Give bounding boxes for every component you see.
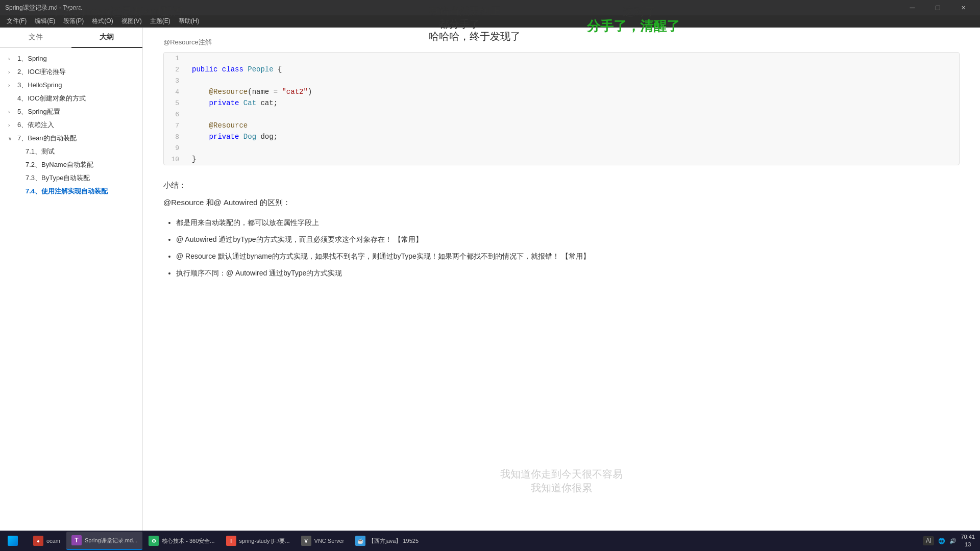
taskbar-start-button[interactable] — [0, 531, 26, 551]
sidebar-item-hellospring[interactable]: › 3、HelloSpring — [0, 79, 142, 92]
tab-outline[interactable]: 大纲 — [71, 28, 143, 48]
ocam-icon: ● — [33, 536, 43, 546]
arrow-7-2 — [16, 162, 24, 168]
arrow-7-3 — [16, 176, 24, 181]
menu-bar: 文件(F) 编辑(E) 段落(P) 格式(O) 视图(V) 主题(E) 帮助(H… — [0, 15, 980, 28]
menu-theme[interactable]: 主题(E) — [146, 16, 175, 27]
bullet-item-4: 执行顺序不同：@ Autowired 通过byType的方式实现 — [176, 266, 960, 280]
close-button[interactable]: × — [952, 0, 975, 15]
arrow-hellospring: › — [8, 83, 16, 88]
code-line-3: 3 — [164, 75, 959, 86]
arrow-ioccreate — [8, 96, 16, 102]
title-bar-left: Spring课堂记录.md - Typora — [5, 4, 82, 12]
title-bar-controls: ─ □ × — [901, 0, 975, 15]
tab-files[interactable]: 文件 — [0, 28, 71, 48]
arrow-ioc: › — [8, 69, 16, 75]
sidebar: 文件 大纲 › 1、Spring › 2、IOC理论推导 › 3、HelloSp… — [0, 28, 143, 536]
watermark-line1: 我知道你走到今天很不容易 — [500, 467, 623, 481]
java-icon: ☕ — [355, 536, 365, 546]
content-area[interactable]: @Resource注解 1 2 public class People { 3 … — [143, 28, 980, 536]
bullet-item-3: @ Resource 默认通过byname的方式实现，如果找不到名字，则通过by… — [176, 249, 960, 263]
sidebar-tabs: 文件 大纲 — [0, 28, 142, 48]
summary-title: 小结： — [163, 181, 960, 190]
watermark: 我知道你走到今天很不容易 我知道你很累 — [500, 467, 623, 495]
code-line-10: 10 } — [164, 154, 959, 165]
volume-icon: 🔊 — [949, 538, 957, 544]
sidebar-content: › 1、Spring › 2、IOC理论推导 › 3、HelloSpring 4… — [0, 48, 142, 536]
taskbar-clock[interactable]: 70:41 13 — [961, 533, 975, 549]
bullet-item-1: 都是用来自动装配的，都可以放在属性字段上 — [176, 215, 960, 230]
arrow-7-1 — [16, 149, 24, 155]
taskbar-item-java[interactable]: ☕ 【西方java】 19525 — [350, 532, 424, 550]
taskbar-items: ● ocam T Spring课堂记录.md... ⚙ 核心技术 - 360安全… — [26, 532, 918, 550]
bullet-item-2: @ Autowired 通过byType的方式实现，而且必须要求这个对象存在！ … — [176, 232, 960, 246]
code-line-4: 4 @Resource(name = "cat2") — [164, 86, 959, 97]
sidebar-item-7-4[interactable]: 7.4、使用注解实现自动装配 — [0, 185, 142, 198]
360-icon: ⚙ — [149, 536, 159, 546]
sidebar-item-di[interactable]: › 6、依赖注入 — [0, 118, 142, 132]
sidebar-item-springconfig[interactable]: › 5、Spring配置 — [0, 105, 142, 118]
code-line-6: 6 — [164, 109, 959, 120]
minimize-button[interactable]: ─ — [901, 0, 924, 15]
code-line-1: 1 — [164, 53, 959, 64]
taskbar-item-spring-study[interactable]: I spring-study [F:\要... — [221, 532, 295, 550]
diff-title: @Resource 和@ Autowired 的区别： — [163, 198, 960, 208]
systray-ai-label: Ai — [923, 536, 935, 545]
taskbar-item-ocam[interactable]: ● ocam — [28, 532, 65, 550]
sidebar-item-ioccreate[interactable]: 4、IOC创建对象的方式 — [0, 92, 142, 105]
code-line-5: 5 private Cat cat; — [164, 97, 959, 109]
arrow-7-4 — [16, 189, 24, 194]
arrow-springconfig: › — [8, 109, 16, 115]
main-layout: 文件 大纲 › 1、Spring › 2、IOC理论推导 › 3、HelloSp… — [0, 28, 980, 536]
code-line-2: 2 public class People { — [164, 64, 959, 75]
arrow-bean-auto: ∨ — [8, 136, 16, 141]
taskbar: ● ocam T Spring课堂记录.md... ⚙ 核心技术 - 360安全… — [0, 531, 980, 551]
taskbar-item-typora[interactable]: T Spring课堂记录.md... — [66, 532, 142, 550]
code-block: 1 2 public class People { 3 4 @Resource(… — [163, 52, 960, 165]
arrow-di: › — [8, 122, 16, 128]
menu-help[interactable]: 帮助(H) — [175, 16, 204, 27]
taskbar-date-text: 13 — [961, 541, 975, 548]
network-icon: 🌐 — [938, 538, 945, 544]
taskbar-time-text: 70:41 — [961, 533, 975, 541]
sidebar-item-7-2[interactable]: 7.2、ByName自动装配 — [0, 158, 142, 171]
title-bar-title: Spring课堂记录.md - Typora — [5, 4, 82, 12]
summary-section: 小结： @Resource 和@ Autowired 的区别： 都是用来自动装配… — [163, 181, 960, 280]
typora-icon: T — [71, 535, 82, 545]
code-line-9: 9 — [164, 142, 959, 154]
menu-view[interactable]: 视图(V) — [117, 16, 146, 27]
code-line-7: 7 @Resource — [164, 120, 959, 131]
menu-para[interactable]: 段落(P) — [59, 16, 88, 27]
vnc-icon: V — [301, 536, 311, 546]
code-annotation: @Resource注解 — [163, 38, 960, 47]
maximize-button[interactable]: □ — [926, 0, 949, 15]
sidebar-item-ioc[interactable]: › 2、IOC理论推导 — [0, 65, 142, 79]
sidebar-item-spring[interactable]: › 1、Spring — [0, 52, 142, 65]
taskbar-systray: Ai 🌐 🔊 70:41 13 — [918, 533, 980, 549]
menu-edit[interactable]: 编辑(E) — [31, 16, 59, 27]
sidebar-item-7-3[interactable]: 7.3、ByType自动装配 — [0, 171, 142, 185]
intellij-icon: I — [226, 536, 236, 546]
title-bar: Spring课堂记录.md - Typora ─ □ × — [0, 0, 980, 15]
sidebar-item-7-1[interactable]: 7.1、测试 — [0, 145, 142, 158]
taskbar-item-360[interactable]: ⚙ 核心技术 - 360安全... — [143, 532, 219, 550]
bullet-list: 都是用来自动装配的，都可以放在属性字段上 @ Autowired 通过byTyp… — [163, 215, 960, 280]
sidebar-item-bean-auto[interactable]: ∨ 7、Bean的自动装配 — [0, 132, 142, 145]
menu-file[interactable]: 文件(F) — [3, 16, 31, 27]
arrow-spring: › — [8, 56, 16, 62]
windows-icon — [8, 536, 18, 546]
code-line-8: 8 private Dog dog; — [164, 131, 959, 142]
taskbar-item-vnc[interactable]: V VNC Server — [296, 532, 350, 550]
menu-format[interactable]: 格式(O) — [88, 16, 117, 27]
watermark-line2: 我知道你很累 — [500, 481, 623, 495]
